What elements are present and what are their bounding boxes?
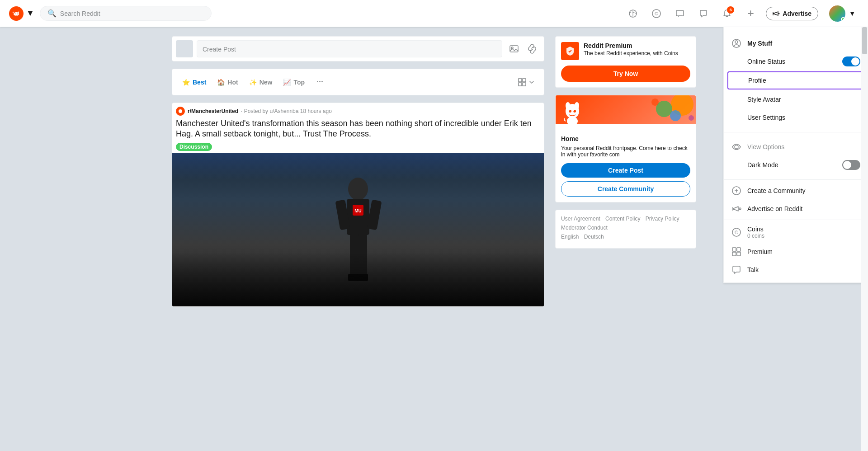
- footer-language-english[interactable]: English: [561, 234, 579, 240]
- sort-best[interactable]: ⭐ Best: [178, 75, 211, 89]
- sort-best-label: Best: [193, 79, 206, 86]
- talk-icon: [731, 264, 742, 275]
- chat-icon[interactable]: [672, 5, 688, 22]
- svg-point-36: [566, 102, 570, 109]
- nav-icons: © 6 + Advertise ▼: [625, 4, 859, 23]
- online-status-toggle[interactable]: [842, 56, 860, 66]
- sort-best-icon: ⭐: [182, 79, 190, 86]
- advertise-item[interactable]: Advertise on Reddit: [724, 200, 868, 218]
- svg-point-51: [739, 208, 741, 210]
- coins-nav-icon[interactable]: ©: [648, 5, 665, 22]
- sort-more-button[interactable]: ···: [313, 74, 327, 90]
- logo-dropdown-caret[interactable]: ▼: [26, 9, 34, 18]
- scrollbar-thumb[interactable]: [862, 27, 867, 54]
- sort-hot[interactable]: 🏠 Hot: [212, 75, 242, 89]
- link-icon[interactable]: [524, 41, 540, 57]
- advertise-item-label: Advertise on Reddit: [747, 205, 802, 212]
- create-post-avatar: [176, 40, 193, 57]
- create-post-input[interactable]: Create Post: [197, 40, 502, 57]
- view-options-section: View Options Dark Mode: [724, 134, 868, 178]
- svg-point-32: [670, 110, 681, 121]
- user-settings-icon: [731, 112, 742, 123]
- user-avatar: [829, 5, 845, 22]
- post-flair[interactable]: Discussion: [176, 143, 212, 151]
- footer-content-policy[interactable]: Content Policy: [605, 216, 640, 222]
- notification-icon[interactable]: 6: [719, 5, 735, 22]
- time-ago: 18 hours ago: [300, 108, 332, 114]
- style-avatar-icon: [731, 94, 742, 105]
- profile-item[interactable]: Profile: [727, 71, 864, 89]
- notification-badge: 6: [727, 6, 734, 14]
- sort-new-icon: ✨: [249, 79, 257, 86]
- my-stuff-header: My Stuff: [724, 34, 868, 52]
- logo-area[interactable]: ▼: [9, 6, 34, 21]
- try-now-button[interactable]: Try Now: [561, 66, 690, 82]
- popular-icon[interactable]: [625, 5, 641, 22]
- sort-new[interactable]: ✨ New: [245, 75, 277, 89]
- svg-rect-10: [676, 10, 684, 16]
- svg-point-20: [348, 178, 368, 200]
- feed-area: Create Post ⭐ Best 🏠 Hot ✨ N: [172, 36, 544, 307]
- advertise-button[interactable]: Advertise: [766, 7, 818, 20]
- footer-user-agreement[interactable]: User Agreement: [561, 216, 600, 222]
- online-status-item[interactable]: Online Status: [724, 52, 868, 70]
- svg-point-43: [568, 110, 570, 112]
- message-icon[interactable]: [695, 5, 712, 22]
- premium-shield-icon: [561, 42, 579, 60]
- image-upload-icon[interactable]: [506, 41, 522, 57]
- coins-item[interactable]: © Coins 0 coins: [724, 222, 868, 243]
- svg-rect-21: [347, 199, 369, 235]
- user-settings-item[interactable]: User Settings: [724, 108, 868, 127]
- style-avatar-item[interactable]: Style Avatar: [724, 90, 868, 108]
- divider-2: [724, 179, 868, 180]
- footer-privacy-policy[interactable]: Privacy Policy: [646, 216, 679, 222]
- create-community-item[interactable]: Create a Community: [724, 182, 868, 200]
- footer-language-deutsch[interactable]: Deutsch: [584, 234, 604, 240]
- layout-toggle[interactable]: [514, 76, 538, 89]
- sidebar-create-community-button[interactable]: Create Community: [561, 181, 690, 197]
- home-card: Home Your personal Reddit frontpage. Com…: [555, 95, 696, 202]
- profile-label: Profile: [748, 77, 766, 84]
- user-profile-dropdown[interactable]: ▼: [826, 4, 859, 23]
- online-status-toggle-knob: [851, 57, 859, 66]
- sort-hot-label: Hot: [227, 79, 238, 86]
- home-banner: [556, 95, 696, 124]
- subreddit-name[interactable]: r/ManchesterUnited: [188, 108, 238, 114]
- premium-dropdown-item[interactable]: Premium: [724, 243, 868, 261]
- svg-rect-55: [737, 248, 741, 251]
- svg-point-33: [651, 99, 659, 106]
- create-community-label: Create a Community: [747, 187, 805, 194]
- scrollbar-track[interactable]: [861, 27, 868, 451]
- post-card[interactable]: r/ManchesterUnited · Posted by u/Ashennb…: [172, 103, 544, 307]
- svg-point-5: [13, 11, 14, 12]
- sort-new-label: New: [259, 79, 273, 86]
- coins-label: Coins: [747, 226, 860, 233]
- search-input[interactable]: [60, 10, 204, 17]
- svg-point-40: [567, 117, 578, 124]
- premium-card: Reddit Premium The best Reddit experienc…: [555, 36, 696, 88]
- sidebar-create-post-button[interactable]: Create Post: [561, 163, 690, 178]
- sort-top-icon: 📈: [283, 79, 291, 86]
- advertise-item-icon: [731, 203, 742, 214]
- posted-by: Posted by u/Ashennba: [244, 108, 299, 114]
- sort-hot-icon: 🏠: [217, 79, 225, 86]
- user-settings-label: User Settings: [747, 114, 785, 121]
- post-title: Manchester United's transformation this …: [172, 116, 544, 142]
- dark-mode-item[interactable]: Dark Mode: [724, 156, 868, 174]
- view-options-item[interactable]: View Options: [724, 138, 868, 156]
- svg-point-11: [778, 13, 780, 14]
- premium-header: Reddit Premium The best Reddit experienc…: [561, 42, 690, 60]
- footer-moderator-conduct[interactable]: Moderator Conduct: [561, 225, 608, 231]
- dark-mode-toggle-knob: [843, 161, 851, 169]
- dropdown-menu: My Stuff Online Status Profile Style Ava…: [723, 27, 868, 283]
- search-bar[interactable]: 🔍: [40, 6, 212, 21]
- create-community-icon: [731, 185, 742, 196]
- online-indicator: [841, 17, 845, 22]
- sort-top[interactable]: 📈 Top: [278, 75, 309, 89]
- online-status-icon: [731, 56, 742, 67]
- home-content: Home Your personal Reddit frontpage. Com…: [556, 124, 696, 202]
- talk-item[interactable]: Talk: [724, 261, 868, 279]
- user-circle-icon: [731, 38, 742, 49]
- add-post-icon[interactable]: +: [742, 5, 759, 22]
- dark-mode-toggle[interactable]: [842, 160, 860, 170]
